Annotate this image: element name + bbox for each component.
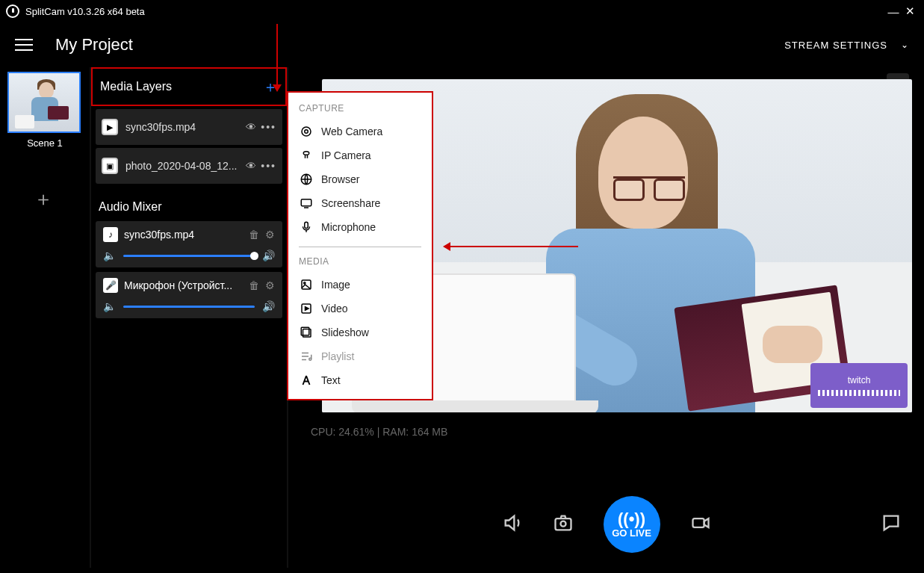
audio-settings-button[interactable]: ⚙ [265, 279, 275, 291]
close-button[interactable]: ✕ [902, 4, 918, 18]
project-title: My Project [55, 35, 133, 55]
audio-mixer-title: Audio Mixer [99, 200, 279, 214]
add-source-popup: CAPTURE Web Camera IP Camera Browser Scr… [287, 91, 433, 400]
svg-rect-8 [305, 222, 308, 228]
slideshow-icon [299, 325, 314, 340]
layer-options-button[interactable]: ••• [261, 160, 276, 172]
popup-item-video[interactable]: Video [299, 297, 421, 320]
scenes-panel: Scene 1 ＋ [0, 67, 90, 568]
delete-audio-button[interactable]: 🗑 [249, 229, 259, 241]
popup-item-text[interactable]: Text [299, 368, 421, 392]
go-live-label: GO LIVE [612, 527, 651, 539]
svg-rect-7 [301, 199, 311, 206]
menu-button[interactable] [15, 39, 33, 51]
visibility-toggle-icon[interactable]: 👁 [246, 121, 256, 133]
popup-item-slideshow[interactable]: Slideshow [299, 320, 421, 344]
image-icon [299, 277, 314, 292]
layer-name: sync30fps.mp4 [125, 121, 241, 133]
video-icon [299, 301, 314, 316]
annotation-arrow-down [276, 24, 278, 91]
mic-source-icon: 🎤 [103, 278, 118, 293]
layer-name: photo_2020-04-08_12... [125, 160, 241, 172]
media-layers-title: Media Layers [100, 80, 172, 93]
volume-slider[interactable] [123, 255, 255, 257]
ipcam-icon [299, 148, 314, 163]
scene-thumbnail[interactable] [7, 72, 81, 133]
twitch-overlay[interactable]: twitch [810, 363, 908, 408]
svg-rect-2 [692, 518, 704, 527]
broadcast-icon: ((•)) [618, 511, 645, 527]
svg-rect-0 [555, 518, 571, 530]
stream-settings-label: STREAM SETTINGS [784, 40, 887, 51]
screenshare-icon [299, 196, 314, 211]
svg-point-10 [304, 282, 306, 284]
browser-icon [299, 172, 314, 187]
window-title: SplitCam v10.3.26 x64 beta [25, 6, 145, 17]
popup-item-webcam[interactable]: Web Camera [299, 120, 421, 143]
bottom-controls: ((•)) GO LIVE [288, 496, 924, 553]
titlebar: SplitCam v10.3.26 x64 beta — ✕ [0, 0, 924, 22]
twitch-badge-label: twitch [848, 375, 871, 385]
layer-options-button[interactable]: ••• [261, 121, 276, 133]
speaker-icon: 🔊 [262, 300, 275, 312]
microphone-icon [299, 220, 314, 235]
playlist-icon [299, 349, 314, 364]
audio-mixer-item: 🎤 Микрофон (Устройст... 🗑 ⚙ 🔈 🔊 [96, 272, 282, 318]
app-logo-icon [6, 4, 19, 18]
svg-point-1 [560, 521, 565, 527]
visibility-toggle-icon[interactable]: 👁 [246, 160, 256, 172]
audio-source-icon: ♪ [103, 227, 118, 242]
mute-toggle-icon[interactable]: 🔈 [103, 250, 116, 261]
audio-mixer-item: ♪ sync30fps.mp4 🗑 ⚙ 🔈 🔊 [96, 221, 282, 267]
svg-point-5 [303, 152, 309, 155]
mute-toggle-icon[interactable]: 🔈 [103, 300, 116, 312]
audio-source-name: Микрофон (Устройст... [124, 279, 243, 291]
topbar: My Project STREAM SETTINGS ⌄ [0, 22, 924, 67]
layer-item[interactable]: ▣ photo_2020-04-08_12... 👁 ••• [96, 148, 282, 184]
audio-button[interactable] [502, 512, 523, 536]
popup-media-label: MEDIA [299, 256, 421, 267]
popup-item-image[interactable]: Image [299, 273, 421, 297]
svg-point-3 [302, 127, 311, 136]
stream-settings-button[interactable]: STREAM SETTINGS ⌄ [784, 40, 909, 51]
speaker-icon: 🔊 [262, 250, 275, 261]
text-icon [299, 373, 314, 388]
audio-source-name: sync30fps.mp4 [124, 229, 243, 241]
snapshot-button[interactable] [553, 512, 574, 536]
audio-settings-button[interactable]: ⚙ [265, 229, 275, 241]
popup-item-ipcam[interactable]: IP Camera [299, 143, 421, 167]
annotation-arrow-left [444, 246, 578, 247]
layers-panel: Media Layers ＋ ▶ sync30fps.mp4 👁 ••• ▣ p… [91, 67, 287, 568]
popup-item-microphone[interactable]: Microphone [299, 215, 421, 239]
webcam-icon [299, 124, 314, 139]
add-scene-button[interactable]: ＋ [7, 167, 79, 231]
video-file-icon: ▶ [102, 119, 118, 135]
popup-capture-label: CAPTURE [299, 103, 421, 114]
scene-label: Scene 1 [7, 137, 82, 149]
media-layers-header: Media Layers ＋ [91, 67, 287, 106]
popup-item-playlist: Playlist [299, 344, 421, 368]
chevron-down-icon: ⌄ [901, 40, 909, 50]
image-file-icon: ▣ [102, 158, 118, 174]
volume-slider[interactable] [123, 306, 255, 308]
layer-item[interactable]: ▶ sync30fps.mp4 👁 ••• [96, 109, 282, 145]
popup-item-screenshare[interactable]: Screenshare [299, 191, 421, 215]
chat-button[interactable] [881, 512, 902, 536]
svg-point-4 [305, 130, 308, 134]
minimize-button[interactable]: — [885, 5, 902, 18]
popup-item-browser[interactable]: Browser [299, 167, 421, 191]
record-button[interactable] [690, 512, 711, 536]
go-live-button[interactable]: ((•)) GO LIVE [604, 496, 660, 553]
delete-audio-button[interactable]: 🗑 [249, 279, 259, 291]
performance-stats: CPU: 24.61% | RAM: 164 MB [311, 426, 924, 438]
